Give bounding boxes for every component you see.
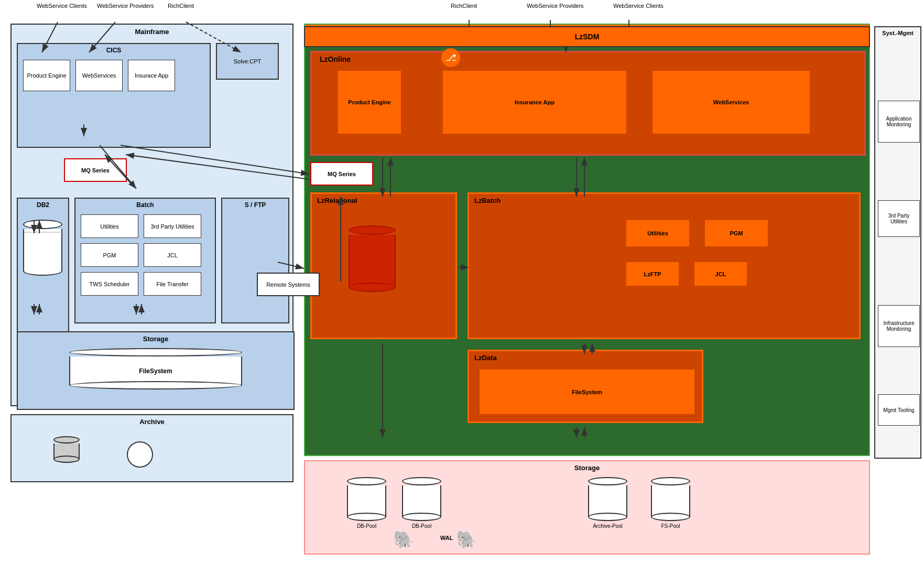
lzdata-box: LzData FileSystem — [468, 350, 703, 423]
solve-cpt-box: Solve:CPT — [216, 43, 279, 80]
wal-label: WAL — [440, 535, 453, 541]
syst-mgmt-panel: Syst.-Mgmt Application Monitoring 3rd Pa… — [874, 26, 921, 459]
lzdata-title: LzData — [474, 354, 497, 362]
third-party-item: 3rd Party Utilities — [878, 200, 920, 237]
green-zone: LzSDM ⎇ LzOnline Product Engine Insuranc… — [304, 24, 870, 456]
filesystem-lzdata: FileSystem — [480, 370, 694, 414]
diagram-container: WebService Clients WebService Providers … — [0, 0, 924, 563]
mq-series-left: MQ Series — [64, 158, 127, 182]
utilities-left: Utilities — [81, 214, 138, 238]
sftp-title: S / FTP — [245, 201, 266, 209]
third-party-left: 3rd Party Utilities — [144, 214, 201, 238]
syst-mgmt-title: Syst.-Mgmt — [882, 30, 913, 36]
rich-client-right-label: RichClient — [451, 3, 477, 9]
pgm-left: PGM — [81, 243, 138, 267]
file-transfer-left: File Transfer — [144, 272, 201, 296]
archive-pool: Archive-Pool — [588, 477, 627, 529]
pgm-right: PGM — [705, 220, 768, 246]
tws-left: TWS Scheduler — [81, 272, 138, 296]
archive-disk — [53, 436, 80, 463]
product-engine-left: Product Engine — [23, 60, 70, 91]
storage-left-box: Storage FileSystem — [17, 331, 295, 410]
lzrelational-box: LzRelational — [310, 192, 457, 339]
db2-cylinder — [23, 220, 62, 276]
lzbatch-title: LzBatch — [474, 197, 501, 204]
cics-box: CICS Product Engine WebServices Insurace… — [17, 43, 211, 148]
webservices-right: WebServices — [653, 71, 810, 134]
lzrelational-cylinder — [349, 225, 396, 292]
storage-right-title: Storage — [574, 464, 600, 472]
mgmt-tooling-item: Mgmt Tooling — [878, 394, 920, 426]
lzsdm-box: LzSDM — [304, 26, 870, 47]
db-pool-1: DB-Pool — [347, 477, 386, 529]
cics-title: CICS — [106, 47, 122, 54]
archive-circle — [127, 441, 153, 468]
infra-monitoring-item: Infrastructure Monitoring — [878, 305, 920, 347]
app-monitoring-item: Application Monitoring — [878, 101, 920, 143]
batch-box: Batch Utilities 3rd Party Utilities PGM … — [74, 198, 216, 323]
ws-providers-right-label: WebService Providers — [527, 3, 584, 9]
lzonline-box: LzOnline Product Engine Insurance App We… — [310, 51, 866, 156]
archive-title: Archive — [139, 418, 165, 426]
lzftp-box: LzFTP — [626, 262, 679, 286]
webservices-left: WebServices — [75, 60, 123, 91]
mainframe-box: Mainframe CICS Product Engine WebService… — [10, 24, 293, 406]
pg-elephant-left: 🐘 — [393, 529, 414, 549]
insurance-app-right: Insurance App — [443, 71, 626, 134]
lzonline-title: LzOnline — [320, 55, 351, 63]
ws-providers-left-label: WebService Providers — [97, 3, 154, 9]
remote-systems: Remote Systems — [257, 273, 320, 296]
utilities-right: Utilities — [626, 220, 689, 246]
jcl-right: JCL — [694, 262, 747, 286]
insurance-app-left: Insurace App — [128, 60, 175, 91]
db-pool-2: DB-Pool — [402, 477, 441, 529]
mq-series-right: MQ Series — [310, 162, 373, 186]
mainframe-title: Mainframe — [135, 28, 169, 36]
storage-left-title: Storage — [143, 335, 168, 343]
ws-clients-right-label: WebService Clients — [613, 3, 664, 9]
db2-title: DB2 — [37, 201, 49, 209]
storage-right-box: Storage DB-Pool DB-Pool Archive-Pool — [304, 460, 870, 555]
product-engine-right: Product Engine — [338, 71, 401, 134]
batch-title: Batch — [136, 201, 154, 209]
pg-elephant-right: 🐘 — [456, 529, 477, 549]
lzrelational-title: LzRelational — [317, 197, 357, 204]
share-icon: ⎇ — [441, 48, 460, 67]
jcl-left: JCL — [144, 243, 201, 267]
ws-clients-left-label: WebService Clients — [37, 3, 87, 9]
fs-pool: FS-Pool — [651, 477, 690, 529]
lzbatch-box: LzBatch Utilities PGM LzFTP JCL — [468, 192, 861, 339]
storage-cylinder-left: FileSystem — [69, 348, 242, 389]
rich-client-left-label: RichClient — [168, 3, 194, 9]
sftp-box: S / FTP — [221, 198, 289, 323]
archive-left-box: Archive — [10, 414, 293, 482]
